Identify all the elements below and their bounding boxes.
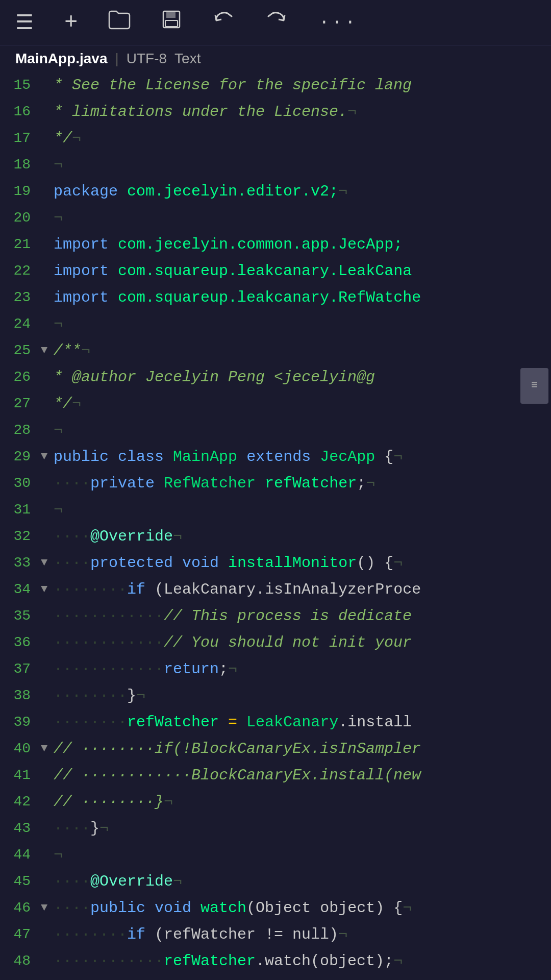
more-icon[interactable]: ···	[318, 12, 358, 33]
redo-icon[interactable]	[265, 9, 288, 36]
line-content: ¬	[54, 842, 551, 868]
code-line: 43····}¬	[0, 815, 551, 842]
line-content: // ········if(!BlockCanaryEx.isInSampler	[54, 736, 551, 762]
line-number: 44	[0, 842, 41, 868]
line-content: ····}¬	[54, 815, 551, 842]
svg-rect-2	[165, 20, 178, 27]
fold-indicator[interactable]: ▼	[41, 576, 54, 603]
line-content: import com.squareup.leakcanary.RefWatche	[54, 284, 551, 311]
line-content: // ········}¬	[54, 789, 551, 815]
line-number: 21	[0, 231, 41, 258]
line-number: 39	[0, 709, 41, 736]
line-content: ¬	[54, 417, 551, 444]
undo-icon[interactable]	[212, 9, 235, 36]
line-content: ············refWatcher.watch(object);¬	[54, 948, 551, 974]
line-content: ············return;¬	[54, 656, 551, 682]
line-number: 15	[0, 72, 41, 99]
code-editor[interactable]: 15 * See the License for the specific la…	[0, 72, 551, 980]
code-line: 26 * @author Jecelyin Peng <jecelyin@g	[0, 364, 551, 390]
menu-icon[interactable]: ☰	[15, 10, 34, 35]
line-number: 27	[0, 390, 41, 417]
line-content: /**¬	[54, 337, 551, 364]
line-number: 33	[0, 550, 41, 576]
line-number: 29	[0, 444, 41, 470]
filetype: Text	[174, 51, 201, 67]
line-content: package com.jecelyin.editor.v2;¬	[54, 178, 551, 205]
line-content: ········}¬	[54, 682, 551, 709]
svg-rect-1	[166, 11, 176, 18]
fold-indicator[interactable]: ▼	[41, 444, 54, 470]
line-number: 26	[0, 364, 41, 390]
line-number: 24	[0, 311, 41, 337]
code-line: 38········}¬	[0, 682, 551, 709]
line-number: 46	[0, 895, 41, 921]
folder-icon[interactable]	[108, 9, 131, 36]
code-line: 24¬	[0, 311, 551, 337]
line-number: 28	[0, 417, 41, 444]
code-line: 29▼public class MainApp extends JecApp {…	[0, 444, 551, 470]
line-content: ········if (refWatcher != null)¬	[54, 921, 551, 948]
fold-indicator[interactable]: ▼	[41, 736, 54, 762]
line-content: ¬	[54, 205, 551, 231]
code-line: 33▼····protected void installMonitor() {…	[0, 550, 551, 576]
code-line: 27 */¬	[0, 390, 551, 417]
code-line: 28¬	[0, 417, 551, 444]
filename: MainApp.java	[15, 51, 107, 67]
code-line: 19package com.jecelyin.editor.v2;¬	[0, 178, 551, 205]
line-content: // ············BlockCanaryEx.install(new	[54, 762, 551, 789]
line-number: 18	[0, 152, 41, 178]
code-line: 25▼/**¬	[0, 337, 551, 364]
code-line: 49····}¬	[0, 974, 551, 980]
line-content: public class MainApp extends JecApp {¬	[54, 444, 551, 470]
code-line: 23import com.squareup.leakcanary.RefWatc…	[0, 284, 551, 311]
code-line: 45····@Override¬	[0, 868, 551, 895]
line-number: 22	[0, 258, 41, 284]
code-line: 35············// This process is dedicat…	[0, 603, 551, 629]
code-line: 46▼····public void watch(Object object) …	[0, 895, 551, 921]
code-line: 30····private RefWatcher refWatcher;¬	[0, 470, 551, 497]
code-line: 20¬	[0, 205, 551, 231]
line-number: 23	[0, 284, 41, 311]
line-content: ¬	[54, 152, 551, 178]
add-icon[interactable]: +	[64, 10, 78, 35]
line-number: 40	[0, 736, 41, 762]
line-number: 16	[0, 99, 41, 125]
scrollbar-thumb[interactable]: ≡	[520, 368, 548, 404]
toolbar: ☰ + ···	[0, 0, 551, 45]
line-content: ········refWatcher = LeakCanary.install	[54, 709, 551, 736]
code-line: 42// ········}¬	[0, 789, 551, 815]
fold-indicator[interactable]: ▼	[41, 550, 54, 576]
line-number: 47	[0, 921, 41, 948]
separator: |	[115, 51, 118, 67]
line-number: 32	[0, 523, 41, 550]
line-content: ····@Override¬	[54, 868, 551, 895]
line-number: 36	[0, 629, 41, 656]
code-line: 17 */¬	[0, 125, 551, 152]
encoding: UTF-8	[127, 51, 167, 67]
line-number: 45	[0, 868, 41, 895]
line-content: ····@Override¬	[54, 523, 551, 550]
line-content: */¬	[54, 390, 551, 417]
code-line: 44¬	[0, 842, 551, 868]
line-content: ············// You should not init your	[54, 629, 551, 656]
line-number: 30	[0, 470, 41, 497]
line-number: 34	[0, 576, 41, 603]
line-number: 43	[0, 815, 41, 842]
line-content: ····protected void installMonitor() {¬	[54, 550, 551, 576]
code-line: 40▼// ········if(!BlockCanaryEx.isInSamp…	[0, 736, 551, 762]
code-line: 31¬	[0, 497, 551, 523]
code-line: 39········refWatcher = LeakCanary.instal…	[0, 709, 551, 736]
save-icon[interactable]	[161, 9, 182, 36]
fold-indicator[interactable]: ▼	[41, 337, 54, 364]
line-number: 42	[0, 789, 41, 815]
code-line: 32····@Override¬	[0, 523, 551, 550]
code-line: 41// ············BlockCanaryEx.install(n…	[0, 762, 551, 789]
code-line: 22import com.squareup.leakcanary.LeakCan…	[0, 258, 551, 284]
line-number: 37	[0, 656, 41, 682]
line-content: ····public void watch(Object object) {¬	[54, 895, 551, 921]
line-number: 19	[0, 178, 41, 205]
code-line: 18¬	[0, 152, 551, 178]
fold-indicator[interactable]: ▼	[41, 895, 54, 921]
code-line: 21import com.jecelyin.common.app.JecApp;	[0, 231, 551, 258]
line-content: * limitations under the License.¬	[54, 99, 551, 125]
